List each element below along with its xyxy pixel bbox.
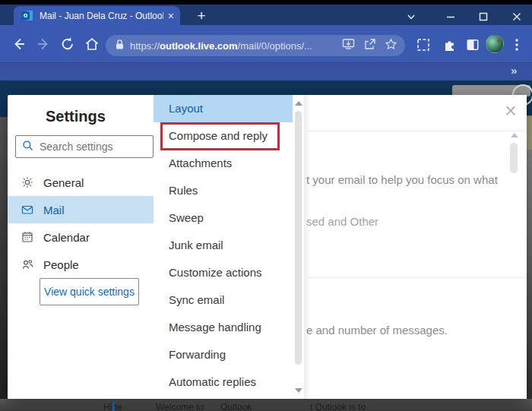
content-scrollbar-thumb[interactable]: [510, 143, 518, 173]
new-tab-button[interactable]: +: [193, 8, 210, 24]
url-text: https://outlook.live.com/mail/0/options/…: [130, 40, 334, 52]
content-scroll-up-arrow-icon[interactable]: [511, 133, 518, 138]
forward-button[interactable]: [35, 36, 52, 52]
settings-dialog-title: Settings: [46, 108, 106, 125]
menu-item-layout[interactable]: Layout: [154, 95, 293, 122]
menu-item-rules[interactable]: Rules: [154, 177, 293, 204]
window-maximize-button[interactable]: [477, 11, 489, 23]
window-close-button[interactable]: [511, 11, 523, 23]
bookmark-star-icon[interactable]: [385, 38, 397, 53]
browser-menu-kebab-icon[interactable]: [514, 37, 520, 52]
dimmed-page-right-highlight: [527, 115, 532, 150]
outlook-favicon-icon: o: [21, 10, 33, 22]
share-icon[interactable]: [363, 38, 376, 53]
dialog-close-icon[interactable]: ×: [498, 99, 524, 125]
dimmed-text-fragment: Welcome to: [156, 402, 204, 411]
menu-scrollbar-thumb[interactable]: [295, 111, 302, 365]
dimmed-text-fragment: Outlook: [220, 402, 252, 411]
reload-button[interactable]: [59, 36, 76, 52]
back-button[interactable]: [11, 36, 27, 52]
content-text-fragment: e and number of messages.: [306, 324, 519, 337]
tab-close-icon[interactable]: ×: [168, 11, 174, 21]
install-app-icon[interactable]: [342, 38, 355, 53]
calendar-icon: [21, 231, 33, 243]
bookmarks-bar: [0, 62, 532, 81]
gear-icon: [21, 176, 33, 188]
settings-search-box[interactable]: [15, 135, 154, 158]
menu-item-automatic-replies[interactable]: Automatic replies: [154, 368, 293, 396]
extensions-puzzle-icon[interactable]: [442, 37, 458, 52]
dimmed-page-right: [527, 117, 532, 411]
people-icon: [21, 258, 33, 270]
dimmed-page-bottom: Hide Welcome to Outlook t Outlook is to: [0, 399, 532, 411]
scroll-up-arrow-icon[interactable]: [295, 101, 302, 106]
dimmed-page-accent-line: [112, 400, 115, 411]
menu-item-junk-email[interactable]: Junk email: [154, 232, 293, 259]
sidebar-item-people[interactable]: People: [8, 251, 154, 278]
home-button[interactable]: [84, 36, 100, 52]
menu-item-forwarding[interactable]: Forwarding: [154, 341, 293, 368]
content-text-fragment: t your email to help you focus on what: [306, 173, 519, 186]
content-text-fragment: sed and Other: [306, 215, 519, 228]
dimmed-text-fragment: t Outlook is to: [310, 402, 366, 411]
browser-titlebar: o Mail - Juan Dela Cruz - Outlook × +: [0, 5, 532, 25]
sidebar-item-mail[interactable]: Mail: [8, 196, 154, 223]
tab-title: Mail - Juan Dela Cruz - Outlook: [40, 11, 163, 21]
settings-content-pane: × t your email to help you focus on what…: [304, 95, 527, 399]
mail-settings-menu: Layout Compose and reply Attachments Rul…: [154, 95, 304, 399]
bookmarks-overflow-chevron[interactable]: »: [511, 64, 517, 77]
sidebar-item-general[interactable]: General: [8, 169, 154, 196]
side-panel-icon[interactable]: [465, 37, 480, 52]
menu-item-customize-actions[interactable]: Customize actions: [154, 259, 293, 286]
browser-tab[interactable]: o Mail - Juan Dela Cruz - Outlook ×: [14, 6, 180, 25]
lock-icon: [115, 39, 125, 53]
sidebar-item-calendar[interactable]: Calendar: [8, 223, 154, 251]
address-bar[interactable]: https://outlook.live.com/mail/0/options/…: [106, 35, 405, 56]
mail-envelope-icon: [21, 204, 33, 216]
screenshot-tool-icon[interactable]: [416, 37, 431, 52]
menu-item-compose-and-reply[interactable]: Compose and reply: [154, 122, 293, 150]
browser-profile-avatar[interactable]: [486, 35, 504, 53]
menu-item-attachments[interactable]: Attachments: [154, 150, 293, 177]
menu-item-message-handling[interactable]: Message handling: [154, 314, 293, 341]
window-menu-chevron-icon[interactable]: [405, 11, 417, 23]
screen: o Mail - Juan Dela Cruz - Outlook × +: [0, 0, 532, 411]
settings-search-input[interactable]: [40, 141, 138, 153]
dimmed-page-left: [0, 117, 8, 411]
menu-item-sweep[interactable]: Sweep: [154, 204, 293, 232]
scroll-down-arrow-icon[interactable]: [295, 388, 302, 393]
content-section-divider: [306, 277, 526, 278]
content-header-divider: [304, 131, 527, 131]
search-icon: [22, 140, 33, 154]
window-minimize-button[interactable]: [445, 11, 457, 23]
settings-dialog: Settings General Mail Calendar: [8, 95, 527, 399]
menu-item-sync-email[interactable]: Sync email: [154, 286, 293, 314]
view-quick-settings-button[interactable]: View quick settings: [40, 278, 139, 305]
